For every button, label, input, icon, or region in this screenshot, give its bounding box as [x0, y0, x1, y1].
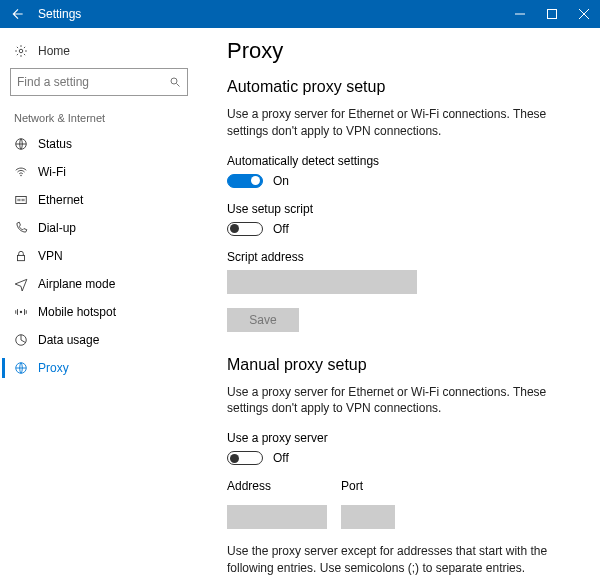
- sidebar-item-datausage[interactable]: Data usage: [10, 326, 195, 354]
- globe-icon: [14, 137, 28, 151]
- script-addr-label: Script address: [227, 250, 572, 264]
- use-proxy-toggle[interactable]: [227, 451, 263, 465]
- svg-point-4: [20, 175, 21, 176]
- manual-heading: Manual proxy setup: [227, 356, 572, 374]
- main: Home Find a setting Network & Internet S…: [0, 28, 600, 575]
- svg-point-2: [171, 78, 177, 84]
- except-desc: Use the proxy server except for addresse…: [227, 543, 567, 575]
- content: Proxy Automatic proxy setup Use a proxy …: [195, 28, 600, 575]
- auto-heading: Automatic proxy setup: [227, 78, 572, 96]
- svg-rect-6: [18, 255, 25, 260]
- auto-desc: Use a proxy server for Ethernet or Wi-Fi…: [227, 106, 567, 140]
- back-button[interactable]: [0, 0, 36, 28]
- sidebar: Home Find a setting Network & Internet S…: [0, 28, 195, 575]
- use-proxy-state: Off: [273, 451, 289, 465]
- gear-icon: [14, 44, 28, 58]
- sidebar-item-status[interactable]: Status: [10, 130, 195, 158]
- sidebar-item-vpn[interactable]: VPN: [10, 242, 195, 270]
- data-icon: [14, 333, 28, 347]
- vpn-icon: [14, 249, 28, 263]
- svg-point-1: [19, 49, 23, 53]
- sidebar-item-label: Dial-up: [38, 221, 76, 235]
- sidebar-item-label: VPN: [38, 249, 63, 263]
- sidebar-item-label: Proxy: [38, 361, 69, 375]
- arrow-left-icon: [11, 7, 25, 21]
- sidebar-item-dialup[interactable]: Dial-up: [10, 214, 195, 242]
- svg-point-7: [20, 311, 22, 313]
- sidebar-item-label: Data usage: [38, 333, 99, 347]
- home-button[interactable]: Home: [10, 38, 195, 68]
- sidebar-item-label: Wi-Fi: [38, 165, 66, 179]
- detect-toggle[interactable]: [227, 174, 263, 188]
- sidebar-item-label: Ethernet: [38, 193, 83, 207]
- close-icon: [579, 9, 589, 19]
- window-title: Settings: [36, 7, 81, 21]
- globe-icon: [14, 361, 28, 375]
- script-toggle[interactable]: [227, 222, 263, 236]
- script-state: Off: [273, 222, 289, 236]
- port-label: Port: [341, 479, 395, 493]
- wifi-icon: [14, 165, 28, 179]
- close-button[interactable]: [568, 0, 600, 28]
- section-label: Network & Internet: [14, 112, 195, 124]
- save-button[interactable]: Save: [227, 308, 299, 332]
- minimize-button[interactable]: [504, 0, 536, 28]
- svg-rect-0: [548, 10, 557, 19]
- svg-rect-5: [16, 197, 27, 204]
- titlebar: Settings: [0, 0, 600, 28]
- sidebar-item-label: Status: [38, 137, 72, 151]
- sidebar-item-airplane[interactable]: Airplane mode: [10, 270, 195, 298]
- airplane-icon: [14, 277, 28, 291]
- sidebar-item-label: Airplane mode: [38, 277, 115, 291]
- minimize-icon: [515, 9, 525, 19]
- address-input[interactable]: [227, 505, 327, 529]
- maximize-button[interactable]: [536, 0, 568, 28]
- detect-label: Automatically detect settings: [227, 154, 572, 168]
- phone-icon: [14, 221, 28, 235]
- manual-desc: Use a proxy server for Ethernet or Wi-Fi…: [227, 384, 567, 418]
- search-icon: [169, 76, 181, 88]
- hotspot-icon: [14, 305, 28, 319]
- address-label: Address: [227, 479, 327, 493]
- sidebar-item-proxy[interactable]: Proxy: [10, 354, 195, 382]
- detect-state: On: [273, 174, 289, 188]
- search-input[interactable]: Find a setting: [10, 68, 188, 96]
- sidebar-item-ethernet[interactable]: Ethernet: [10, 186, 195, 214]
- port-input[interactable]: [341, 505, 395, 529]
- use-proxy-label: Use a proxy server: [227, 431, 572, 445]
- search-placeholder: Find a setting: [17, 75, 89, 89]
- sidebar-item-wifi[interactable]: Wi-Fi: [10, 158, 195, 186]
- script-toggle-label: Use setup script: [227, 202, 572, 216]
- page-title: Proxy: [227, 38, 572, 64]
- home-label: Home: [38, 44, 70, 58]
- sidebar-item-label: Mobile hotspot: [38, 305, 116, 319]
- ethernet-icon: [14, 193, 28, 207]
- sidebar-item-hotspot[interactable]: Mobile hotspot: [10, 298, 195, 326]
- maximize-icon: [547, 9, 557, 19]
- script-address-input[interactable]: [227, 270, 417, 294]
